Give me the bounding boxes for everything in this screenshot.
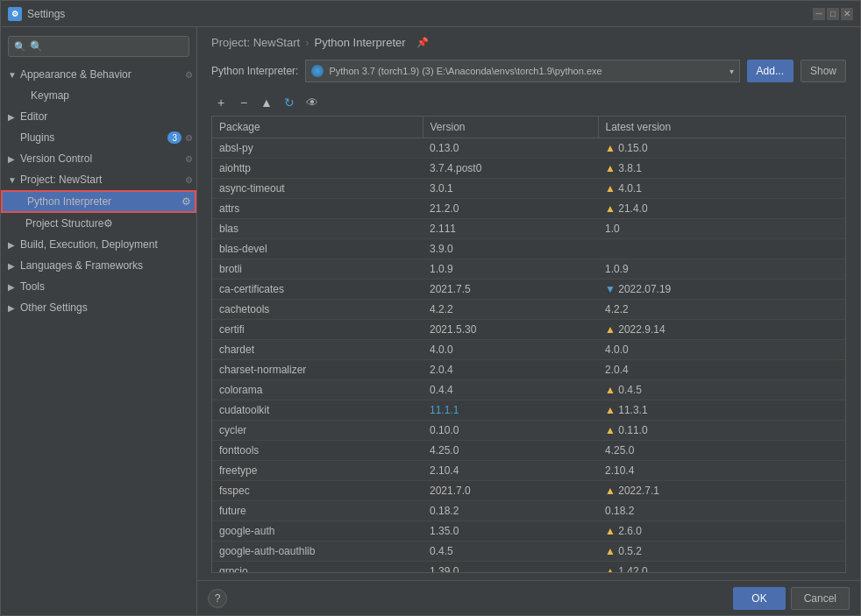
package-name: charset-normalizer bbox=[212, 360, 423, 380]
package-version: 1.0.9 bbox=[423, 259, 598, 280]
sidebar-item-python-interpreter[interactable]: Python Interpreter ⚙ bbox=[1, 190, 196, 213]
search-box[interactable]: 🔍 bbox=[8, 36, 189, 57]
package-version: 0.10.0 bbox=[423, 421, 598, 441]
sidebar-item-appearance[interactable]: ▼ Appearance & Behavior ⚙ bbox=[1, 64, 196, 85]
package-latest bbox=[598, 239, 845, 259]
package-version: 2.0.4 bbox=[423, 360, 598, 380]
table-row[interactable]: attrs21.2.0▲ 21.4.0 bbox=[212, 199, 845, 219]
table-row[interactable]: ca-certificates2021.7.5▼ 2022.07.19 bbox=[212, 280, 845, 300]
up-button[interactable]: ▲ bbox=[257, 93, 276, 112]
table-row[interactable]: blas2.1111.0 bbox=[212, 219, 845, 239]
package-version: 2021.7.0 bbox=[423, 481, 598, 501]
package-name: chardet bbox=[212, 340, 423, 360]
cancel-button[interactable]: Cancel bbox=[791, 587, 850, 610]
window-title: Settings bbox=[27, 8, 813, 20]
package-version: 3.7.4.post0 bbox=[423, 159, 598, 179]
table-row[interactable]: cudatoolkit11.1.1▲ 11.3.1 bbox=[212, 400, 845, 421]
sidebar-item-label: Languages & Frameworks bbox=[20, 259, 196, 272]
config-icon: ⚙ bbox=[185, 175, 193, 185]
table-row[interactable]: fsspec2021.7.0▲ 2022.7.1 bbox=[212, 481, 845, 501]
sidebar-item-project[interactable]: ▼ Project: NewStart ⚙ bbox=[1, 169, 196, 190]
ok-button[interactable]: OK bbox=[733, 587, 785, 610]
window-controls: ─ □ ✕ bbox=[813, 8, 853, 20]
table-row[interactable]: grpcio1.39.0▲ 1.42.0 bbox=[212, 562, 845, 574]
table-row[interactable]: absl-py0.13.0▲ 0.15.0 bbox=[212, 138, 845, 159]
package-latest: ▼ 2022.07.19 bbox=[598, 280, 845, 300]
table-row[interactable]: google-auth-oauthlib0.4.5▲ 0.5.2 bbox=[212, 542, 845, 562]
sidebar-item-version-control[interactable]: ▶ Version Control ⚙ bbox=[1, 148, 196, 169]
interpreter-label: Python Interpreter: bbox=[211, 65, 298, 77]
package-version: 11.1.1 bbox=[423, 400, 598, 421]
expand-arrow: ▼ bbox=[8, 175, 20, 185]
package-version: 1.39.0 bbox=[423, 562, 598, 574]
config-icon: ⚙ bbox=[181, 195, 191, 208]
reload-button[interactable]: ↻ bbox=[280, 93, 299, 112]
table-row[interactable]: charset-normalizer2.0.42.0.4 bbox=[212, 360, 845, 380]
sidebar-item-project-structure[interactable]: Project Structure ⚙ bbox=[1, 213, 196, 234]
table-row[interactable]: certifi2021.5.30▲ 2022.9.14 bbox=[212, 320, 845, 340]
search-input[interactable] bbox=[30, 40, 183, 53]
package-version: 1.35.0 bbox=[423, 521, 598, 542]
table-row[interactable]: async-timeout3.0.1▲ 4.0.1 bbox=[212, 179, 845, 199]
sidebar-item-other[interactable]: ▶ Other Settings bbox=[1, 297, 196, 318]
table-row[interactable]: google-auth1.35.0▲ 2.6.0 bbox=[212, 521, 845, 542]
table-row[interactable]: chardet4.0.04.0.0 bbox=[212, 340, 845, 360]
expand-arrow bbox=[18, 91, 31, 101]
package-name: cycler bbox=[212, 421, 423, 441]
package-latest: 2.0.4 bbox=[598, 360, 845, 380]
package-version: 21.2.0 bbox=[423, 199, 598, 219]
package-latest: 1.0 bbox=[598, 219, 845, 239]
sidebar-item-tools[interactable]: ▶ Tools bbox=[1, 276, 196, 297]
eye-button[interactable]: 👁 bbox=[302, 93, 322, 112]
sidebar-item-keymap[interactable]: Keymap bbox=[1, 85, 196, 106]
search-icon: 🔍 bbox=[14, 41, 26, 53]
maximize-button[interactable]: □ bbox=[827, 8, 839, 20]
sidebar-item-label: Plugins bbox=[20, 131, 167, 144]
sidebar-item-plugins[interactable]: Plugins 3 ⚙ bbox=[1, 127, 196, 148]
packages-table-container[interactable]: Package Version Latest version absl-py0.… bbox=[211, 116, 846, 573]
column-latest: Latest version bbox=[598, 117, 845, 138]
package-latest: 4.25.0 bbox=[598, 441, 845, 461]
show-button[interactable]: Show bbox=[801, 60, 846, 82]
package-version: 3.9.0 bbox=[423, 239, 598, 259]
config-icon: ⚙ bbox=[103, 217, 113, 230]
package-latest: 2.10.4 bbox=[598, 461, 845, 481]
sidebar-item-label: Build, Execution, Deployment bbox=[20, 238, 196, 251]
close-button[interactable]: ✕ bbox=[841, 8, 853, 20]
sidebar-item-build[interactable]: ▶ Build, Execution, Deployment bbox=[1, 234, 196, 255]
package-latest: ▲ 21.4.0 bbox=[598, 199, 845, 219]
package-name: grpcio bbox=[212, 562, 423, 574]
add-package-button[interactable]: + bbox=[211, 93, 231, 112]
package-version: 2.10.4 bbox=[423, 461, 598, 481]
sidebar-item-label: Version Control bbox=[20, 152, 185, 165]
package-version: 3.0.1 bbox=[423, 179, 598, 199]
add-interpreter-button[interactable]: Add... bbox=[747, 60, 793, 82]
table-row[interactable]: brotli1.0.91.0.9 bbox=[212, 259, 845, 280]
table-row[interactable]: aiohttp3.7.4.post0▲ 3.8.1 bbox=[212, 159, 845, 179]
breadcrumb-separator: › bbox=[305, 36, 309, 49]
minimize-button[interactable]: ─ bbox=[813, 8, 825, 20]
sidebar-item-label: Tools bbox=[20, 280, 196, 293]
package-version: 4.25.0 bbox=[423, 441, 598, 461]
sidebar-item-languages[interactable]: ▶ Languages & Frameworks bbox=[1, 255, 196, 276]
table-row[interactable]: freetype2.10.42.10.4 bbox=[212, 461, 845, 481]
package-name: cudatoolkit bbox=[212, 400, 423, 421]
table-row[interactable]: cycler0.10.0▲ 0.11.0 bbox=[212, 421, 845, 441]
sidebar-item-editor[interactable]: ▶ Editor bbox=[1, 106, 196, 127]
package-latest: ▲ 2022.7.1 bbox=[598, 481, 845, 501]
help-button[interactable]: ? bbox=[208, 589, 227, 608]
app-icon: ⚙ bbox=[8, 7, 22, 21]
table-row[interactable]: fonttools4.25.04.25.0 bbox=[212, 441, 845, 461]
package-version: 2.111 bbox=[423, 219, 598, 239]
package-name: future bbox=[212, 501, 423, 521]
bottom-bar: ? OK Cancel bbox=[197, 580, 860, 615]
main-panel: Project: NewStart › Python Interpreter 📌… bbox=[197, 27, 860, 615]
table-row[interactable]: colorama0.4.4▲ 0.4.5 bbox=[212, 380, 845, 400]
remove-package-button[interactable]: − bbox=[234, 93, 253, 112]
dropdown-arrow-icon: ▾ bbox=[729, 67, 734, 76]
table-row[interactable]: cachetools4.2.24.2.2 bbox=[212, 300, 845, 320]
interpreter-select[interactable]: Python 3.7 (torch1.9) (3) E:\Anaconda\en… bbox=[305, 60, 739, 82]
table-row[interactable]: blas-devel3.9.0 bbox=[212, 239, 845, 259]
table-row[interactable]: future0.18.20.18.2 bbox=[212, 501, 845, 521]
package-name: absl-py bbox=[212, 138, 423, 159]
